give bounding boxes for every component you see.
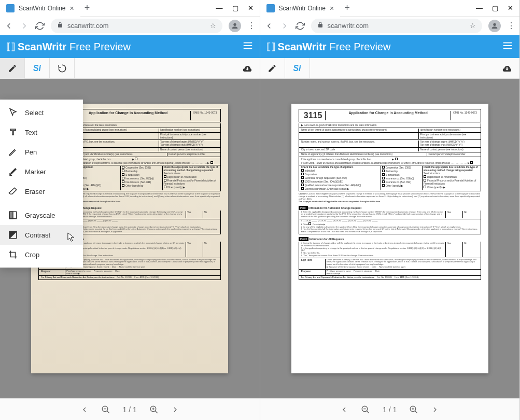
app-header: ⟦⟧ ScanWritr Free Preview — [260, 35, 520, 58]
star-icon[interactable]: ☆ — [210, 22, 216, 30]
browser-tab[interactable]: ScanWritr Online × — [260, 0, 341, 17]
profile-avatar[interactable] — [488, 20, 501, 32]
svg-line-19 — [367, 411, 369, 413]
zoom-out-button[interactable] — [101, 405, 110, 414]
tab-title: ScanWritr Online — [279, 5, 326, 12]
url-field[interactable]: scanwritr.com ☆ — [311, 19, 483, 33]
page-indicator: 1 / 1 — [383, 405, 397, 414]
download-button[interactable] — [495, 58, 519, 79]
new-tab-button[interactable]: + — [80, 3, 94, 13]
zoom-out-button[interactable] — [361, 405, 370, 414]
tool-text[interactable]: Text — [0, 122, 83, 142]
app-suffix: Free Preview — [69, 41, 131, 53]
back-button[interactable] — [4, 21, 13, 31]
hamburger-icon[interactable] — [502, 40, 513, 53]
minimize-icon[interactable]: — — [476, 4, 483, 12]
url-bar: scanwritr.com ☆ ⋮ — [260, 17, 520, 35]
titlebar: ScanWritr Online × + — ▢ ✕ — [260, 0, 520, 17]
svg-rect-5 — [9, 212, 13, 219]
star-icon[interactable]: ☆ — [470, 22, 476, 30]
canvas[interactable]: 3115 Application for Change in Accountin… — [260, 79, 520, 398]
hamburger-icon[interactable] — [242, 40, 254, 53]
app-suffix: Free Preview — [330, 41, 391, 53]
crop-icon — [8, 250, 18, 259]
zoom-in-button[interactable] — [149, 405, 159, 414]
tool-crop[interactable]: Crop — [0, 245, 83, 264]
contrast-icon — [8, 230, 18, 240]
menu-icon[interactable]: ⋮ — [507, 21, 515, 31]
profile-avatar[interactable] — [229, 20, 241, 32]
marker-icon — [8, 167, 18, 176]
page-indicator: 1 / 1 — [123, 405, 137, 414]
document-page-processed[interactable]: 3115 Application for Change in Accountin… — [291, 104, 488, 373]
svg-line-22 — [415, 411, 418, 413]
tool-select-label: Select — [25, 109, 44, 117]
lock-icon — [57, 22, 63, 30]
forward-button[interactable] — [280, 21, 289, 31]
app-brand: ScanWritr — [18, 41, 66, 53]
menu-icon[interactable]: ⋮ — [247, 21, 256, 31]
svg-line-11 — [155, 411, 158, 413]
browser-tab[interactable]: ScanWritr Online × — [0, 0, 80, 17]
footer: 1 / 1 — [260, 398, 520, 420]
edit-tool-button[interactable] — [260, 58, 285, 79]
tool-marker[interactable]: Marker — [0, 162, 83, 181]
prev-page-button[interactable] — [340, 405, 348, 414]
grayscale-icon — [8, 211, 18, 220]
tool-marker-label: Marker — [25, 168, 46, 176]
signature-button[interactable]: Si — [25, 58, 50, 79]
signature-button[interactable]: Si — [285, 58, 310, 79]
maximize-icon[interactable]: ▢ — [492, 4, 498, 12]
app-logo-icon: ⟦⟧ — [266, 41, 276, 52]
tool-crop-label: Crop — [25, 251, 39, 259]
maximize-icon[interactable]: ▢ — [232, 4, 238, 12]
titlebar: ScanWritr Online × + — ▢ ✕ — [0, 0, 260, 17]
url-text: scanwritr.com — [328, 22, 369, 30]
close-tab-icon[interactable]: × — [69, 4, 74, 12]
app-brand: ScanWritr — [278, 41, 327, 53]
form-title: Application for Change in Accounting Met… — [69, 111, 188, 120]
url-text: scanwritr.com — [67, 22, 108, 30]
pen-icon — [8, 147, 18, 157]
svg-point-14 — [493, 23, 496, 25]
close-window-icon[interactable]: ✕ — [508, 4, 513, 12]
next-page-button[interactable] — [431, 405, 439, 414]
zoom-in-button[interactable] — [409, 405, 418, 414]
tool-eraser-label: Eraser — [25, 188, 45, 195]
next-page-button[interactable] — [171, 405, 179, 414]
toolbar: Si — [260, 58, 520, 79]
window-controls: — ▢ ✕ — [216, 4, 260, 12]
toolbar: Si — [0, 58, 260, 79]
forward-button[interactable] — [20, 21, 29, 31]
back-button[interactable] — [264, 21, 274, 31]
tool-grayscale[interactable]: Grayscale — [0, 205, 83, 225]
tool-pen[interactable]: Pen — [0, 142, 83, 162]
url-field[interactable]: scanwritr.com ☆ — [51, 19, 222, 33]
tool-pen-label: Pen — [25, 148, 37, 156]
prev-page-button[interactable] — [80, 405, 89, 414]
close-window-icon[interactable]: ✕ — [248, 4, 254, 12]
minimize-icon[interactable]: — — [216, 4, 223, 12]
undo-button[interactable] — [50, 58, 75, 79]
footer: 1 / 1 — [0, 398, 260, 420]
window-controls: — ▢ ✕ — [476, 4, 519, 12]
new-tab-button[interactable]: + — [340, 3, 354, 13]
url-bar: scanwritr.com ☆ ⋮ — [0, 17, 260, 35]
tool-text-label: Text — [25, 129, 37, 136]
form-number: 3115 — [301, 111, 326, 120]
close-tab-icon[interactable]: × — [330, 4, 334, 12]
tool-grayscale-label: Grayscale — [25, 212, 55, 219]
tool-select[interactable]: Select — [0, 103, 83, 122]
edit-tool-button[interactable] — [0, 58, 25, 79]
form-omb: OMB No. 1545-0073 — [451, 111, 479, 120]
svg-point-0 — [233, 23, 236, 25]
download-button[interactable] — [235, 58, 260, 79]
form-title: Application for Change in Accounting Met… — [329, 111, 447, 120]
tool-eraser[interactable]: Eraser — [0, 181, 83, 201]
reload-button[interactable] — [35, 21, 45, 31]
favicon — [266, 4, 275, 12]
app-header: ⟦⟧ ScanWritr Free Preview — [0, 35, 260, 58]
reload-button[interactable] — [296, 21, 305, 31]
right-window: ScanWritr Online × + — ▢ ✕ scanwritr.com… — [260, 0, 521, 420]
tool-contrast-label: Contrast — [25, 231, 50, 239]
